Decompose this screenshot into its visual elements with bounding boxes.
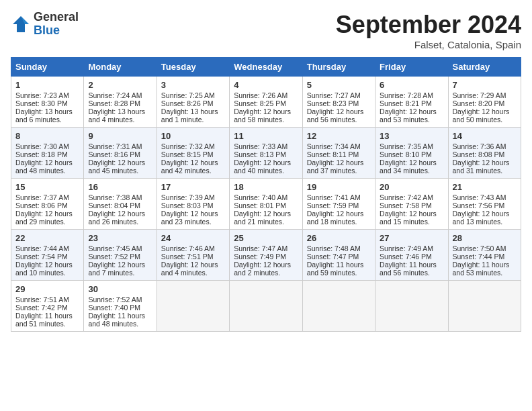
sunset: Sunset: 7:56 PM (453, 201, 505, 210)
sunset: Sunset: 8:13 PM (234, 150, 286, 158)
calendar-table: Sunday Monday Tuesday Wednesday Thursday… (11, 57, 521, 332)
day-number: 8 (15, 131, 79, 141)
daylight: Daylight: 13 hours and 6 minutes. (15, 107, 73, 124)
daylight: Daylight: 12 hours and 58 minutes. (234, 107, 291, 124)
daylight: Daylight: 11 hours and 51 minutes. (15, 312, 73, 328)
sunset: Sunset: 8:15 PM (161, 150, 214, 158)
day-number: 19 (307, 182, 371, 192)
location: Falset, Catalonia, Spain (336, 39, 521, 50)
table-row: 19Sunrise: 7:41 AMSunset: 7:59 PMDayligh… (302, 179, 375, 230)
sunrise: Sunrise: 7:26 AM (234, 91, 287, 99)
sunrise: Sunrise: 7:49 AM (380, 244, 433, 253)
table-row: 17Sunrise: 7:39 AMSunset: 8:03 PMDayligh… (157, 179, 229, 230)
daylight: Daylight: 12 hours and 34 minutes. (380, 158, 437, 175)
sunrise: Sunrise: 7:40 AM (234, 193, 287, 201)
daylight: Daylight: 12 hours and 18 minutes. (307, 210, 364, 226)
day-number: 29 (15, 284, 79, 294)
daylight: Daylight: 12 hours and 45 minutes. (88, 158, 145, 175)
logo-text: General Blue (34, 11, 79, 38)
day-number: 28 (453, 233, 517, 243)
sunrise: Sunrise: 7:50 AM (453, 244, 506, 253)
table-row: 9Sunrise: 7:31 AMSunset: 8:16 PMDaylight… (84, 128, 157, 179)
table-row: 4Sunrise: 7:26 AMSunset: 8:25 PMDaylight… (230, 77, 302, 128)
col-wednesday: Wednesday (230, 58, 302, 77)
daylight: Daylight: 13 hours and 1 minute. (161, 107, 218, 124)
daylight: Daylight: 12 hours and 53 minutes. (380, 107, 437, 124)
daylight: Daylight: 11 hours and 56 minutes. (380, 261, 437, 277)
col-monday: Monday (84, 58, 157, 77)
day-number: 10 (161, 131, 225, 141)
table-row: 15Sunrise: 7:37 AMSunset: 8:06 PMDayligh… (11, 179, 84, 230)
day-number: 1 (15, 80, 79, 90)
sunset: Sunset: 8:28 PM (88, 99, 140, 107)
day-number: 4 (234, 80, 298, 90)
sunset: Sunset: 8:06 PM (15, 201, 68, 210)
sunset: Sunset: 7:52 PM (88, 253, 140, 261)
sunset: Sunset: 8:18 PM (15, 150, 68, 158)
day-number: 13 (380, 131, 443, 141)
table-row (157, 281, 229, 332)
table-row (375, 281, 448, 332)
daylight: Daylight: 11 hours and 48 minutes. (88, 312, 145, 328)
table-row: 29Sunrise: 7:51 AMSunset: 7:42 PMDayligh… (11, 281, 84, 332)
sunrise: Sunrise: 7:45 AM (88, 244, 142, 253)
sunset: Sunset: 7:44 PM (453, 253, 505, 261)
day-number: 3 (161, 80, 225, 90)
daylight: Daylight: 12 hours and 10 minutes. (15, 261, 73, 277)
daylight: Daylight: 12 hours and 29 minutes. (15, 210, 73, 226)
calendar-week-row: 1Sunrise: 7:23 AMSunset: 8:30 PMDaylight… (11, 77, 521, 128)
daylight: Daylight: 12 hours and 42 minutes. (161, 158, 218, 175)
daylight: Daylight: 12 hours and 21 minutes. (234, 210, 291, 226)
daylight: Daylight: 12 hours and 26 minutes. (88, 210, 145, 226)
day-number: 18 (234, 182, 298, 192)
sunset: Sunset: 8:04 PM (88, 201, 140, 210)
daylight: Daylight: 12 hours and 13 minutes. (453, 210, 510, 226)
table-row (302, 281, 375, 332)
table-row: 14Sunrise: 7:36 AMSunset: 8:08 PMDayligh… (448, 128, 521, 179)
daylight: Daylight: 13 hours and 4 minutes. (88, 107, 145, 124)
sunset: Sunset: 8:30 PM (15, 99, 68, 107)
sunrise: Sunrise: 7:31 AM (88, 142, 142, 150)
table-row: 22Sunrise: 7:44 AMSunset: 7:54 PMDayligh… (11, 230, 84, 281)
daylight: Daylight: 11 hours and 59 minutes. (307, 261, 364, 277)
month-title: September 2024 (336, 11, 521, 39)
sunrise: Sunrise: 7:34 AM (307, 142, 361, 150)
table-row: 27Sunrise: 7:49 AMSunset: 7:46 PMDayligh… (375, 230, 448, 281)
sunrise: Sunrise: 7:37 AM (15, 193, 69, 201)
page-header: General Blue September 2024 Falset, Cata… (11, 11, 521, 50)
sunset: Sunset: 7:49 PM (234, 253, 286, 261)
day-number: 16 (88, 182, 152, 192)
sunset: Sunset: 8:11 PM (307, 150, 359, 158)
sunrise: Sunrise: 7:24 AM (88, 91, 142, 99)
day-number: 22 (15, 233, 79, 243)
table-row: 7Sunrise: 7:29 AMSunset: 8:20 PMDaylight… (448, 77, 521, 128)
day-number: 6 (380, 80, 443, 90)
daylight: Daylight: 12 hours and 56 minutes. (307, 107, 364, 124)
sunrise: Sunrise: 7:27 AM (307, 91, 361, 99)
sunset: Sunset: 7:47 PM (307, 253, 359, 261)
calendar-header-row: Sunday Monday Tuesday Wednesday Thursday… (11, 58, 521, 77)
day-number: 11 (234, 131, 298, 141)
table-row: 12Sunrise: 7:34 AMSunset: 8:11 PMDayligh… (302, 128, 375, 179)
sunset: Sunset: 8:21 PM (380, 99, 432, 107)
sunset: Sunset: 7:58 PM (380, 201, 432, 210)
daylight: Daylight: 12 hours and 15 minutes. (380, 210, 437, 226)
calendar-week-row: 29Sunrise: 7:51 AMSunset: 7:42 PMDayligh… (11, 281, 521, 332)
sunrise: Sunrise: 7:46 AM (161, 244, 215, 253)
day-number: 20 (380, 182, 443, 192)
sunrise: Sunrise: 7:32 AM (161, 142, 215, 150)
table-row: 10Sunrise: 7:32 AMSunset: 8:15 PMDayligh… (157, 128, 229, 179)
sunrise: Sunrise: 7:51 AM (15, 295, 69, 304)
day-number: 17 (161, 182, 225, 192)
day-number: 14 (453, 131, 517, 141)
sunrise: Sunrise: 7:42 AM (380, 193, 433, 201)
table-row: 16Sunrise: 7:38 AMSunset: 8:04 PMDayligh… (84, 179, 157, 230)
col-saturday: Saturday (448, 58, 521, 77)
table-row: 11Sunrise: 7:33 AMSunset: 8:13 PMDayligh… (230, 128, 302, 179)
col-tuesday: Tuesday (157, 58, 229, 77)
sunrise: Sunrise: 7:36 AM (453, 142, 506, 150)
sunrise: Sunrise: 7:29 AM (453, 91, 506, 99)
logo: General Blue (11, 11, 79, 38)
daylight: Daylight: 12 hours and 2 minutes. (234, 261, 291, 277)
sunrise: Sunrise: 7:25 AM (161, 91, 215, 99)
